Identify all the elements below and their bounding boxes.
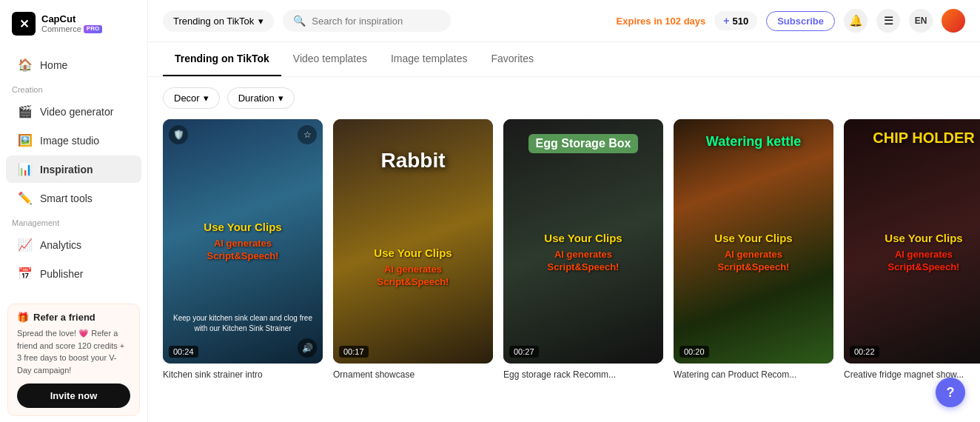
image-studio-icon: 🖼️ (18, 133, 33, 147)
credits-value: 510 (732, 16, 748, 27)
sidebar-item-label: Analytics (40, 239, 81, 251)
sidebar-item-image-studio[interactable]: 🖼️ Image studio (6, 127, 141, 154)
refer-card: 🎁 Refer a friend Spread the love! 💗 Refe… (7, 304, 140, 416)
sidebar-item-label: Image studio (40, 135, 99, 147)
video-title: Ornament showcase (333, 369, 493, 380)
language-icon[interactable]: EN (909, 9, 933, 33)
use-clips-text: Use Your Clips (204, 221, 281, 233)
filter-duration-button[interactable]: Duration ▾ (227, 87, 295, 109)
logo-commerce: Commerce PRO (41, 24, 102, 33)
ai-generates-text: Al generatesScript&Speech! (207, 238, 279, 263)
use-clips-text: Use Your Clips (714, 232, 792, 244)
expires-text: Expires in 102 days (617, 16, 706, 27)
tab-image-templates[interactable]: Image templates (379, 42, 480, 76)
logo-area: ✕ CapCut Commerce PRO (0, 0, 147, 50)
video-thumbnail: Use Your Clips Al generatesScript&Speech… (163, 119, 323, 364)
smart-tools-icon: ✏️ (18, 191, 33, 205)
search-input[interactable] (312, 16, 440, 27)
invite-now-button[interactable]: Invite now (17, 384, 130, 408)
use-clips-text: Use Your Clips (544, 232, 622, 244)
use-clips-text: Use Your Clips (885, 232, 962, 244)
search-bar[interactable]: 🔍 (283, 10, 451, 32)
sidebar-item-smart-tools[interactable]: ✏️ Smart tools (6, 184, 141, 212)
special-text: CHIP HOLDER (873, 130, 974, 147)
video-thumbnail: Watering kettle Use Your Clips Al genera… (674, 119, 833, 364)
filter-decor-button[interactable]: Decor ▾ (163, 87, 220, 109)
sidebar: ✕ CapCut Commerce PRO 🏠 Home Creation 🎬 … (0, 0, 148, 422)
filterbar: Decor ▾ Duration ▾ (148, 77, 980, 119)
ai-generates-text: Al generatesScript&Speech! (374, 264, 452, 289)
tab-trending[interactable]: Trending on TikTok (163, 42, 281, 76)
tabbar: Trending on TikTok Video templates Image… (148, 42, 980, 77)
sidebar-item-label: Inspiration (40, 164, 93, 175)
sidebar-item-label: Publisher (40, 268, 83, 280)
tab-video-templates[interactable]: Video templates (281, 42, 379, 76)
save-icon[interactable]: 🛡️ (169, 125, 188, 144)
sidebar-item-analytics[interactable]: 📈 Analytics (6, 231, 141, 258)
ai-generates-text: Al generatesScript&Speech! (544, 249, 622, 274)
subscribe-button[interactable]: Subscribe (766, 11, 835, 31)
refer-desc: Spread the love! 💗 Refer a friend and sc… (17, 327, 130, 376)
duration-badge: 00:17 (339, 346, 369, 358)
special-text: Watering kettle (706, 134, 801, 150)
sidebar-item-label: Video generator (40, 106, 113, 118)
menu-icon[interactable]: ☰ (876, 9, 900, 33)
video-grid: Use Your Clips Al generatesScript&Speech… (163, 119, 965, 407)
chevron-down-icon: ▾ (258, 16, 264, 27)
video-grid-container: Use Your Clips Al generatesScript&Speech… (148, 119, 980, 422)
trending-dropdown-button[interactable]: Trending on TikTok ▾ (163, 10, 274, 32)
sidebar-item-label: Home (40, 59, 67, 71)
video-generator-icon: 🎬 (18, 104, 33, 118)
creation-label: Creation (0, 79, 147, 97)
logo-icon: ✕ (12, 12, 36, 36)
logo-capcut: CapCut (41, 14, 102, 24)
video-thumbnail: Egg Storage Box Use Your Clips Al genera… (503, 119, 663, 364)
video-title: Watering can Product Recom... (674, 369, 833, 380)
gift-icon: 🎁 (17, 312, 29, 323)
card-extra-text: Keep your kitchen sink clean and clog fr… (170, 313, 315, 334)
publisher-icon: 📅 (18, 267, 33, 281)
video-thumbnail: CHIP HOLDER Use Your Clips Al generatesS… (844, 119, 980, 364)
video-title: Creative fridge magnet show... (844, 369, 980, 380)
sidebar-item-publisher[interactable]: 📅 Publisher (6, 260, 141, 287)
search-icon: 🔍 (293, 15, 306, 27)
help-button[interactable]: ? (936, 378, 965, 407)
video-thumbnail: Rabbit Use Your Clips Al generatesScript… (333, 119, 493, 364)
sidebar-item-label: Smart tools (40, 192, 93, 204)
duration-badge: 00:22 (850, 346, 879, 358)
star-icon[interactable]: ☆ (298, 125, 317, 144)
refer-title: 🎁 Refer a friend (17, 312, 130, 323)
video-card[interactable]: Watering kettle Use Your Clips Al genera… (674, 119, 833, 380)
topbar: Trending on TikTok ▾ 🔍 Expires in 102 da… (148, 0, 980, 42)
plus-icon: + (723, 15, 729, 27)
ai-generates-text: Al generatesScript&Speech! (714, 249, 792, 274)
inspiration-icon: 📊 (18, 162, 33, 176)
ai-generates-text: Al generatesScript&Speech! (885, 249, 962, 274)
chevron-down-icon: ▾ (278, 93, 283, 104)
credits-button[interactable]: + 510 (714, 11, 757, 30)
tab-favorites[interactable]: Favorites (479, 42, 546, 76)
use-clips-text: Use Your Clips (374, 247, 452, 259)
video-title: Egg storage rack Recomm... (503, 369, 663, 380)
video-card[interactable]: Rabbit Use Your Clips Al generatesScript… (333, 119, 493, 380)
pro-badge: PRO (84, 25, 102, 33)
sidebar-item-video-generator[interactable]: 🎬 Video generator (6, 98, 141, 125)
home-icon: 🏠 (18, 58, 33, 72)
management-label: Management (0, 212, 147, 230)
duration-badge: 00:20 (679, 346, 709, 358)
video-card[interactable]: Use Your Clips Al generatesScript&Speech… (163, 119, 323, 380)
sidebar-item-home[interactable]: 🏠 Home (6, 51, 141, 78)
duration-badge: 00:24 (169, 346, 198, 358)
sidebar-item-inspiration[interactable]: 📊 Inspiration (6, 155, 141, 183)
special-text: Egg Storage Box (528, 134, 639, 153)
chevron-down-icon: ▾ (204, 93, 209, 104)
notifications-icon[interactable]: 🔔 (844, 9, 867, 33)
main-content: Trending on TikTok ▾ 🔍 Expires in 102 da… (148, 0, 980, 422)
analytics-icon: 📈 (18, 238, 33, 252)
video-title: Kitchen sink strainer intro (163, 369, 323, 380)
video-card[interactable]: CHIP HOLDER Use Your Clips Al generatesS… (844, 119, 980, 380)
duration-badge: 00:27 (509, 346, 539, 358)
volume-icon[interactable]: 🔊 (298, 338, 317, 358)
avatar[interactable] (942, 9, 965, 33)
video-card[interactable]: Egg Storage Box Use Your Clips Al genera… (503, 119, 663, 380)
